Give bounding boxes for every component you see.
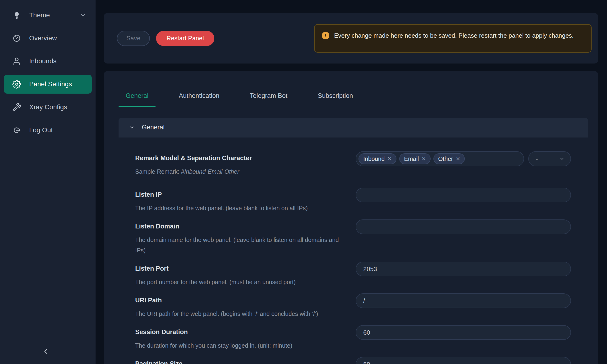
sidebar-item-inbounds[interactable]: Inbounds xyxy=(4,52,92,71)
listen-port-input[interactable] xyxy=(356,262,571,276)
field-description: Sample Remark: #Inbound-Email-Other xyxy=(135,166,344,177)
lightbulb-icon xyxy=(12,11,21,20)
tab-authentication[interactable]: Authentication xyxy=(172,91,226,107)
collapse-title: General xyxy=(142,124,165,131)
tab-telegram-bot[interactable]: Telegram Bot xyxy=(243,91,294,107)
tag-label: Email xyxy=(404,156,419,162)
general-collapse-panel: General Remark Model & Separation Charac… xyxy=(119,118,588,364)
field-labels: Listen Port The port number for the web … xyxy=(135,264,356,287)
chevron-down-icon xyxy=(80,12,86,18)
field-control xyxy=(356,293,571,308)
field-control xyxy=(356,220,571,234)
general-settings-form: Remark Model & Separation Character Samp… xyxy=(119,137,588,364)
chevron-down-icon xyxy=(559,156,565,162)
field-description: The IP address for the web panel. (leave… xyxy=(135,203,344,213)
user-icon xyxy=(12,57,21,66)
gear-icon xyxy=(12,80,21,89)
sidebar-collapse-button[interactable] xyxy=(42,347,50,355)
remark-model-select[interactable]: Inbound ✕ Email ✕ Other ✕ xyxy=(356,151,524,166)
sidebar-item-overview[interactable]: Overview xyxy=(4,29,92,48)
field-label: Remark Model & Separation Character xyxy=(135,154,346,163)
sidebar-item-theme[interactable]: Theme xyxy=(4,6,92,25)
field-labels: Pagination Size xyxy=(135,359,356,364)
remove-tag-icon[interactable]: ✕ xyxy=(387,156,392,162)
separator-select[interactable]: - xyxy=(528,151,571,166)
warning-icon: ! xyxy=(322,32,329,39)
sidebar-item-label: Overview xyxy=(29,34,57,42)
tag-email: Email ✕ xyxy=(399,153,431,164)
field-label: Listen IP xyxy=(135,190,346,199)
wrench-icon xyxy=(12,103,21,112)
toolbar-card: Save Restart Panel ! Every change made h… xyxy=(104,13,598,64)
field-labels: Listen IP The IP address for the web pan… xyxy=(135,190,356,213)
field-description: The duration for which you can stay logg… xyxy=(135,340,344,351)
field-listen-ip: Listen IP The IP address for the web pan… xyxy=(135,190,571,213)
field-session-duration: Session Duration The duration for which … xyxy=(135,327,571,351)
pagination-size-input[interactable] xyxy=(356,357,571,364)
field-labels: Remark Model & Separation Character Samp… xyxy=(135,154,356,177)
separator-value: - xyxy=(536,155,538,163)
restart-warning-alert: ! Every change made here needs to be sav… xyxy=(314,24,592,52)
remove-tag-icon[interactable]: ✕ xyxy=(456,156,460,162)
listen-ip-input[interactable] xyxy=(356,188,571,202)
sidebar-item-label: Inbounds xyxy=(29,57,56,65)
field-label: Session Duration xyxy=(135,327,346,337)
tag-other: Other ✕ xyxy=(434,153,465,164)
gauge-icon xyxy=(12,34,21,43)
field-uri-path: URI Path The URI path for the web panel.… xyxy=(135,296,571,319)
alert-text: Every change made here needs to be saved… xyxy=(334,30,574,41)
field-listen-domain: Listen Domain The domain name for the we… xyxy=(135,222,571,256)
field-description: The domain name for the web panel. (leav… xyxy=(135,234,344,256)
remove-tag-icon[interactable]: ✕ xyxy=(422,156,426,162)
tag-label: Other xyxy=(438,156,453,162)
field-remark-model: Remark Model & Separation Character Samp… xyxy=(135,154,571,177)
main-content: Save Restart Panel ! Every change made h… xyxy=(95,0,607,364)
tag-label: Inbound xyxy=(363,156,385,162)
sidebar-item-label: Theme xyxy=(29,11,50,19)
sidebar-item-label: Log Out xyxy=(29,126,53,134)
sidebar-item-label: Panel Settings xyxy=(29,80,72,88)
chevron-down-icon xyxy=(129,125,135,130)
field-description: The URI path for the web panel. (begins … xyxy=(135,309,344,319)
tab-general[interactable]: General xyxy=(119,91,156,107)
field-control: Inbound ✕ Email ✕ Other ✕ xyxy=(356,151,571,166)
field-control xyxy=(356,262,571,276)
field-control xyxy=(356,188,571,202)
field-label: Pagination Size xyxy=(135,359,346,364)
field-label: URI Path xyxy=(135,296,346,305)
field-control xyxy=(356,357,571,364)
session-duration-input[interactable] xyxy=(356,325,571,340)
sample-remark-value: #Inbound-Email-Other xyxy=(181,168,239,175)
sample-remark-prefix: Sample Remark: xyxy=(135,168,181,175)
field-label: Listen Port xyxy=(135,264,346,273)
sidebar-item-panel-settings[interactable]: Panel Settings xyxy=(4,75,92,94)
listen-domain-input[interactable] xyxy=(356,220,571,234)
sidebar-item-log-out[interactable]: Log Out xyxy=(4,121,92,140)
tag-inbound: Inbound ✕ xyxy=(358,153,396,164)
field-control xyxy=(356,325,571,340)
general-collapse-header[interactable]: General xyxy=(119,118,588,137)
field-labels: Listen Domain The domain name for the we… xyxy=(135,222,356,256)
field-labels: Session Duration The duration for which … xyxy=(135,327,356,351)
field-description: The port number for the web panel. (must… xyxy=(135,277,344,287)
sidebar-item-xray-configs[interactable]: Xray Configs xyxy=(4,98,92,117)
save-button[interactable]: Save xyxy=(117,31,150,46)
uri-path-input[interactable] xyxy=(356,293,571,308)
restart-panel-button[interactable]: Restart Panel xyxy=(156,31,214,46)
sidebar: Theme Overview Inbounds Panel Set xyxy=(0,0,95,364)
field-pagination-size: Pagination Size xyxy=(135,359,571,364)
settings-card: General Authentication Telegram Bot Subs… xyxy=(104,71,598,364)
logout-icon xyxy=(12,126,21,135)
settings-tabs: General Authentication Telegram Bot Subs… xyxy=(119,91,588,107)
field-listen-port: Listen Port The port number for the web … xyxy=(135,264,571,287)
tab-subscription[interactable]: Subscription xyxy=(311,91,360,107)
sidebar-item-label: Xray Configs xyxy=(29,103,67,111)
field-labels: URI Path The URI path for the web panel.… xyxy=(135,296,356,319)
field-label: Listen Domain xyxy=(135,222,346,231)
